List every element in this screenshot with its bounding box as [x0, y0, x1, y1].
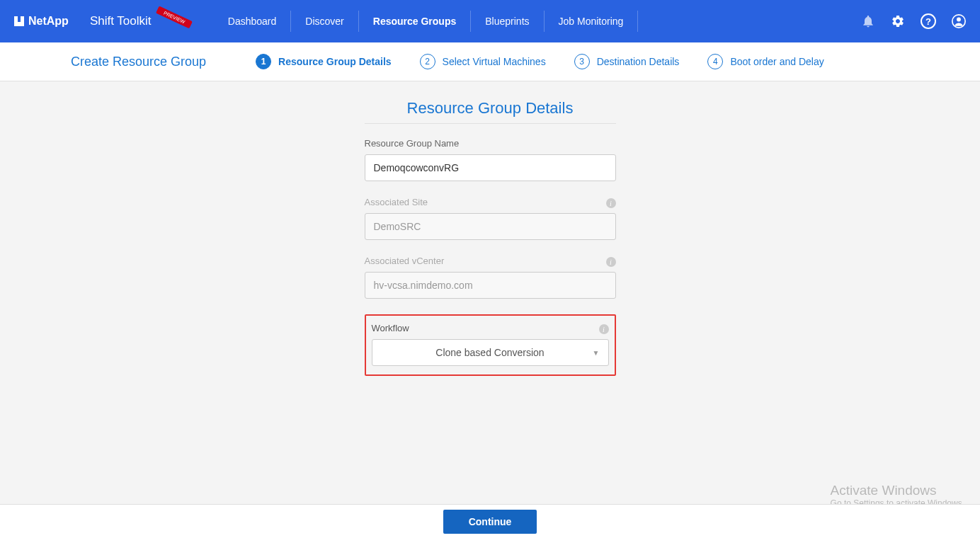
info-icon[interactable]: i [599, 324, 609, 334]
rg-name-label: Resource Group Name [365, 138, 616, 149]
continue-button[interactable]: Continue [443, 510, 537, 534]
nav-discover[interactable]: Discover [291, 11, 358, 32]
topbar-actions: ? [861, 13, 966, 29]
top-nav: Dashboard Discover Resource Groups Bluep… [214, 11, 639, 32]
site-input [365, 213, 616, 240]
step-2-label: Select Virtual Machines [443, 56, 546, 67]
topbar: NetApp Shift Toolkit PREVIEW Dashboard D… [0, 0, 980, 42]
resource-group-form: Resource Group Name Associated Site i As… [365, 138, 616, 376]
preview-badge: PREVIEW [156, 6, 193, 28]
svg-point-1 [957, 18, 961, 22]
info-icon[interactable]: i [606, 198, 616, 208]
company-name: NetApp [28, 15, 69, 28]
workflow-highlight: Workflow i Clone based Conversion ▼ [365, 314, 616, 376]
nav-job-monitoring[interactable]: Job Monitoring [545, 11, 639, 32]
field-associated-site: Associated Site i [365, 197, 616, 240]
form-heading: Resource Group Details [0, 99, 980, 118]
step-1-number: 1 [256, 54, 271, 69]
step-4-number: 4 [707, 54, 723, 69]
site-label: Associated Site [365, 197, 616, 207]
field-rg-name: Resource Group Name [365, 138, 616, 181]
brand-logo: NetApp [14, 15, 69, 28]
gear-icon[interactable] [891, 14, 905, 28]
nav-blueprints[interactable]: Blueprints [471, 11, 544, 32]
main-content: Resource Group Details Resource Group Na… [0, 81, 980, 376]
step-3-number: 3 [574, 54, 590, 69]
user-icon[interactable] [952, 14, 966, 28]
netapp-logo-icon [14, 16, 24, 26]
rg-name-input[interactable] [365, 154, 616, 181]
divider [365, 123, 616, 124]
nav-resource-groups[interactable]: Resource Groups [359, 11, 471, 32]
wizard-header: Create Resource Group 1 Resource Group D… [0, 42, 980, 81]
step-3[interactable]: 3 Destination Details [574, 54, 680, 69]
footer-bar: Continue [0, 504, 980, 538]
vcenter-label: Associated vCenter [365, 256, 616, 266]
nav-dashboard[interactable]: Dashboard [214, 11, 292, 32]
step-2[interactable]: 2 Select Virtual Machines [420, 54, 546, 69]
workflow-selected-value: Clone based Conversion [435, 347, 544, 358]
step-4-label: Boot order and Delay [730, 56, 824, 67]
help-icon[interactable]: ? [921, 13, 936, 29]
vcenter-input [365, 272, 616, 299]
info-icon[interactable]: i [606, 257, 616, 267]
step-4[interactable]: 4 Boot order and Delay [707, 54, 824, 69]
page-title: Create Resource Group [71, 55, 206, 69]
field-workflow: Workflow i Clone based Conversion ▼ [372, 323, 609, 366]
step-1-label: Resource Group Details [278, 56, 392, 67]
step-1[interactable]: 1 Resource Group Details [256, 54, 392, 69]
step-3-label: Destination Details [597, 56, 680, 67]
chevron-down-icon: ▼ [593, 349, 600, 357]
workflow-select[interactable]: Clone based Conversion ▼ [372, 339, 609, 366]
field-associated-vcenter: Associated vCenter i [365, 256, 616, 299]
product-name: Shift Toolkit PREVIEW [90, 14, 193, 28]
watermark-line1: Activate Windows [831, 483, 964, 498]
bell-icon[interactable] [861, 14, 875, 28]
step-2-number: 2 [420, 54, 435, 69]
workflow-label: Workflow [372, 323, 609, 333]
